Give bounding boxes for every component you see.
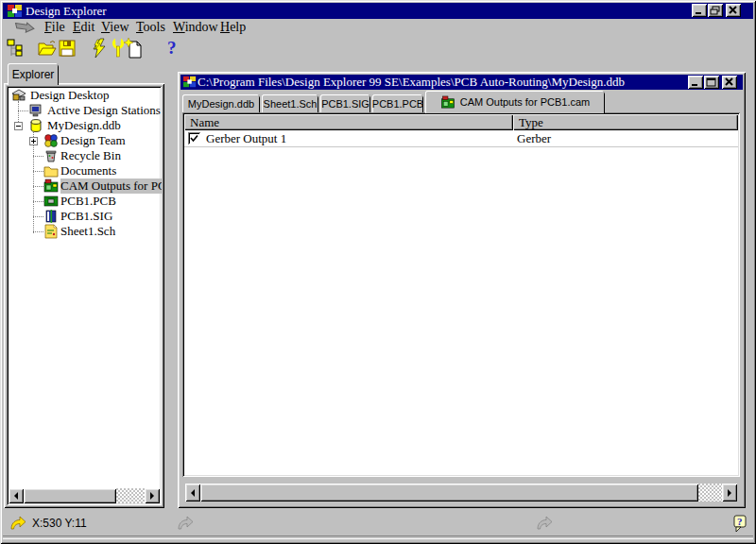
menu-arrow-icon[interactable] [14, 22, 39, 34]
explorer-hscrollbar[interactable] [9, 488, 160, 503]
new-document-button[interactable] [124, 38, 143, 59]
folder-icon [43, 163, 59, 178]
scrollbar-track[interactable] [698, 484, 722, 502]
tab-pcb1-sig[interactable]: PCB1.SIG [320, 94, 370, 112]
collapse-expander-icon[interactable] [14, 122, 23, 130]
app-titlebar[interactable]: Design Explorer [3, 3, 753, 19]
document-icon [183, 76, 197, 88]
tree-item-documents[interactable]: Documents [9, 163, 160, 178]
tab-label: PCB1.PCB [372, 98, 423, 110]
restore-button[interactable] [708, 4, 723, 17]
tree-connector [18, 110, 28, 112]
scroll-right-button[interactable] [722, 484, 737, 502]
tree-item-cam-outputs[interactable]: CAM Outputs for PCB1.cam [9, 178, 160, 194]
recycle-bin-icon [43, 148, 59, 163]
tree-item-label: Sheet1.Sch [60, 224, 115, 239]
open-button[interactable] [37, 39, 58, 58]
explorer-tree: Design Desktop Active Design Stations My… [9, 88, 160, 243]
doc-close-button[interactable] [722, 76, 737, 89]
status-bar: X:530 Y:11 ? [3, 512, 753, 535]
tree-connector [33, 216, 43, 218]
doc-maximize-button[interactable] [704, 76, 719, 89]
toolbar: ? [3, 36, 753, 60]
doc-minimize-button[interactable] [688, 76, 703, 89]
checkmark-icon [188, 132, 200, 144]
stations-icon [28, 103, 43, 118]
scrollbar-thumb[interactable] [24, 488, 116, 503]
tree-item-design-team[interactable]: Design Team [9, 133, 160, 148]
column-label: Type [519, 115, 543, 129]
tree-item-label: PCB1.PCB [60, 194, 116, 209]
tree-item-label: PCB1.SIG [60, 209, 112, 224]
scroll-left-button[interactable] [9, 488, 24, 503]
cursor-coordinates: X:530 Y:11 [32, 517, 87, 530]
desktop-icon [11, 88, 26, 103]
scroll-right-button[interactable] [145, 488, 160, 503]
menu-tools[interactable]: Tools [136, 20, 165, 35]
cross-probe-arrow-icon[interactable] [9, 516, 27, 531]
scroll-left-button[interactable] [185, 484, 200, 502]
tree-item-label: CAM Outputs for PCB1.cam [60, 178, 162, 194]
help-button[interactable]: ? [165, 38, 180, 59]
close-icon [722, 76, 737, 89]
menu-help[interactable]: Help [220, 20, 246, 35]
menu-view[interactable]: View [101, 20, 129, 35]
run-button[interactable] [90, 38, 109, 59]
tree-item-pcb1-pcb[interactable]: PCB1.PCB [9, 194, 160, 209]
restore-icon [708, 4, 723, 17]
menu-bar: File Edit View Tools Window Help [3, 19, 753, 36]
explorer-panel-tab[interactable]: Explorer [8, 63, 59, 85]
tree-connector [33, 201, 43, 203]
statusbar-divider [3, 536, 753, 539]
tree-item-sheet1-sch[interactable]: Sheet1.Sch [9, 224, 160, 239]
menu-edit[interactable]: Edit [73, 20, 94, 35]
column-header-name[interactable]: Name [184, 114, 513, 130]
scrollbar-track[interactable] [116, 488, 145, 503]
tree-item-active-design-stations[interactable]: Active Design Stations [9, 103, 160, 118]
document-titlebar[interactable]: C:\Program Files\Design Explorer 99 SE\E… [180, 75, 743, 90]
database-icon [28, 118, 43, 133]
close-icon [726, 4, 741, 17]
explorer-toggle-button[interactable] [7, 39, 26, 58]
minimize-icon [688, 76, 703, 89]
tab-label: Sheet1.Sch [264, 98, 318, 110]
menu-file[interactable]: File [44, 20, 65, 35]
menu-window[interactable]: Window [173, 20, 218, 35]
tab-cam-outputs-active[interactable]: CAM Outputs for PCB1.cam [425, 91, 605, 113]
tab-sheet1-sch[interactable]: Sheet1.Sch [262, 94, 318, 112]
pcb-icon [43, 194, 59, 209]
tree-connector [33, 231, 43, 233]
document-window: C:\Program Files\Design Explorer 99 SE\E… [178, 72, 746, 508]
arrow-left-icon [14, 492, 18, 500]
scrollbar-thumb[interactable] [200, 484, 698, 502]
minimize-button[interactable] [692, 4, 707, 17]
table-row[interactable]: Gerber Output 1 Gerber [184, 130, 738, 147]
sch-icon [43, 224, 59, 239]
arrow-right-icon [728, 489, 731, 497]
explorer-tree-box: Design Desktop Active Design Stations My… [7, 86, 162, 505]
save-button[interactable] [58, 39, 77, 58]
explorer-panel: Design Desktop Active Design Stations My… [4, 83, 164, 508]
context-help-icon[interactable]: ? [733, 515, 747, 533]
tab-mydesign-ddb[interactable]: MyDesign.ddb [182, 94, 260, 112]
tab-label: CAM Outputs for PCB1.cam [460, 96, 591, 108]
output-type: Gerber [517, 130, 551, 146]
tree-item-mydesign-ddb[interactable]: MyDesign.ddb [9, 118, 160, 133]
cross-probe-arrow-icon-gray[interactable] [535, 516, 554, 531]
expand-expander-icon[interactable] [29, 137, 38, 145]
svg-text:?: ? [737, 516, 743, 527]
app-title: Design Explorer [26, 4, 107, 19]
tree-item-design-desktop[interactable]: Design Desktop [9, 88, 160, 103]
close-button[interactable] [726, 4, 741, 17]
cam-icon [43, 178, 59, 194]
document-hscrollbar[interactable] [185, 484, 737, 502]
tree-item-label: Design Team [60, 133, 126, 148]
tree-item-pcb1-sig[interactable]: PCB1.SIG [9, 209, 160, 224]
tree-connector [33, 171, 43, 173]
arrow-left-icon [191, 489, 195, 497]
tree-item-recycle-bin[interactable]: Recycle Bin [9, 148, 160, 163]
tab-pcb1-pcb[interactable]: PCB1.PCB [372, 94, 423, 112]
output-enabled-checkbox[interactable] [188, 132, 200, 144]
column-header-type[interactable]: Type [513, 114, 738, 130]
cross-probe-arrow-icon-gray[interactable] [176, 516, 195, 531]
